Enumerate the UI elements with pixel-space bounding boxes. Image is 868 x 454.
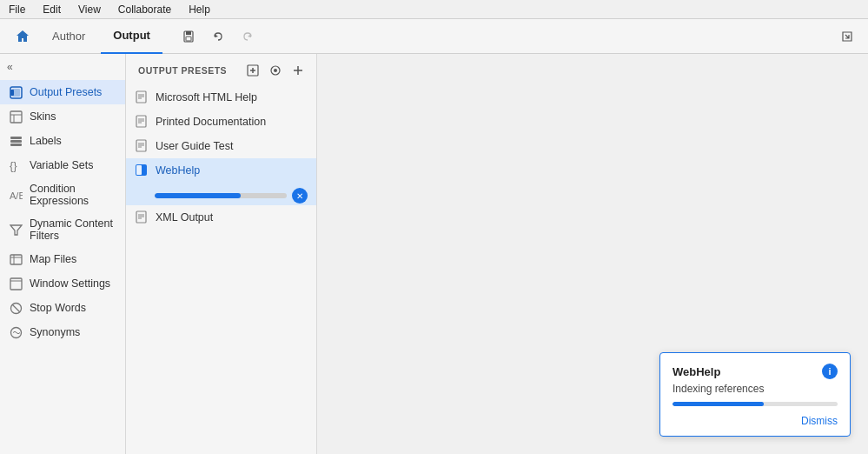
menu-view[interactable]: View: [75, 2, 104, 17]
synonyms-icon: [9, 325, 23, 339]
sidebar-label-variable-sets: Variable Sets: [30, 159, 93, 171]
notification-title: WebHelp: [673, 365, 720, 378]
sidebar-label-stop-words: Stop Words: [30, 302, 86, 314]
menu-edit[interactable]: Edit: [39, 2, 64, 17]
sidebar-label-output-presets: Output Presets: [30, 86, 102, 98]
webhelp-icon: [135, 164, 149, 177]
svg-rect-1: [186, 31, 191, 35]
content-area: OUTPUT PRESETS Mic: [126, 54, 868, 454]
menu-collaborate[interactable]: Collaborate: [115, 2, 175, 17]
svg-rect-18: [10, 278, 22, 290]
preset-xml-output[interactable]: XML Output: [126, 205, 316, 230]
notification-footer: Dismiss: [673, 415, 838, 427]
sidebar-item-output-presets[interactable]: Output Presets: [0, 80, 125, 104]
tab-output[interactable]: Output: [101, 19, 162, 54]
sidebar-item-labels[interactable]: Labels: [0, 129, 125, 153]
redo-button[interactable]: [235, 24, 260, 49]
condition-expressions-icon: A/B: [9, 188, 23, 202]
preset-xml-output-label: XML Output: [156, 211, 213, 224]
sidebar-item-map-files[interactable]: Map Files: [0, 247, 125, 271]
preset-printed-doc-label: Printed Documentation: [156, 116, 266, 128]
presets-actions: [243, 61, 308, 80]
tab-bar: Author Output: [0, 19, 868, 54]
sidebar-item-stop-words[interactable]: Stop Words: [0, 296, 125, 320]
menu-file[interactable]: File: [5, 2, 29, 17]
webhelp-progress-fill: [155, 193, 241, 198]
notification-popup: WebHelp i Indexing references Dismiss: [659, 352, 851, 437]
svg-rect-15: [10, 255, 22, 264]
svg-rect-2: [186, 37, 191, 41]
preset-ms-html-help-label: Microsoft HTML Help: [156, 91, 257, 103]
import-preset-button[interactable]: [243, 61, 262, 80]
svg-rect-41: [136, 165, 142, 175]
presets-header: OUTPUT PRESETS: [126, 54, 316, 85]
webhelp-cancel-button[interactable]: ✕: [292, 188, 308, 204]
sidebar-item-synonyms[interactable]: Synonyms: [0, 320, 125, 344]
menu-bar: File Edit View Collaborate Help: [0, 0, 868, 19]
map-files-icon: [9, 252, 23, 266]
open-output-button[interactable]: [835, 24, 859, 49]
sidebar-label-labels: Labels: [30, 135, 62, 147]
preview-preset-button[interactable]: [266, 61, 285, 80]
dismiss-button[interactable]: Dismiss: [801, 415, 838, 427]
preset-webhelp[interactable]: WebHelp ✕: [126, 158, 316, 205]
notification-progress-fill: [673, 402, 764, 406]
dynamic-content-filters-icon: [9, 223, 23, 237]
main-content: WebHelp i Indexing references Dismiss: [317, 54, 868, 454]
menu-help[interactable]: Help: [185, 2, 214, 17]
home-button[interactable]: [9, 23, 36, 50]
user-guide-test-icon: [135, 139, 149, 153]
svg-line-21: [12, 304, 20, 312]
sidebar-item-condition-expressions[interactable]: A/B Condition Expressions: [0, 177, 125, 212]
output-presets-icon: [9, 85, 23, 99]
sidebar-item-skins[interactable]: Skins: [0, 104, 125, 129]
sidebar-label-synonyms: Synonyms: [30, 326, 80, 338]
svg-point-25: [274, 69, 277, 72]
preset-webhelp-label: WebHelp: [156, 164, 200, 177]
sidebar-item-variable-sets[interactable]: {} Variable Sets: [0, 153, 125, 177]
save-button[interactable]: [176, 24, 201, 49]
svg-rect-6: [10, 111, 22, 123]
svg-text:A/B: A/B: [10, 190, 23, 201]
svg-rect-11: [10, 144, 22, 146]
main-layout: « Output Presets Skins Labels {} Variabl…: [0, 54, 868, 454]
svg-rect-9: [10, 137, 22, 139]
notification-info-button[interactable]: i: [822, 364, 838, 379]
sidebar-label-condition-expressions: Condition Expressions: [30, 183, 116, 207]
skins-icon: [9, 110, 23, 124]
ms-html-help-icon: [135, 90, 149, 104]
tab-author[interactable]: Author: [40, 19, 97, 54]
svg-rect-5: [10, 90, 14, 96]
sidebar-item-window-settings[interactable]: Window Settings: [0, 271, 125, 296]
sidebar-label-dynamic-content-filters: Dynamic Content Filters: [30, 217, 116, 242]
preset-ms-html-help[interactable]: Microsoft HTML Help: [126, 85, 316, 110]
presets-panel: OUTPUT PRESETS Mic: [126, 54, 317, 454]
notification-progress-bar: [673, 402, 838, 406]
svg-marker-14: [10, 225, 22, 235]
svg-rect-10: [10, 140, 22, 143]
notification-message: Indexing references: [673, 383, 838, 395]
sidebar-label-map-files: Map Files: [30, 253, 76, 265]
xml-output-icon: [135, 210, 149, 224]
printed-doc-icon: [135, 115, 149, 129]
svg-text:{}: {}: [10, 159, 17, 172]
webhelp-progress-bar: [155, 193, 287, 198]
labels-icon: [9, 134, 23, 148]
undo-button[interactable]: [206, 24, 230, 49]
sidebar: « Output Presets Skins Labels {} Variabl…: [0, 54, 126, 454]
sidebar-item-dynamic-content-filters[interactable]: Dynamic Content Filters: [0, 212, 125, 247]
tab-actions: [176, 24, 260, 49]
sidebar-collapse-button[interactable]: «: [0, 57, 125, 77]
variable-sets-icon: {}: [9, 158, 23, 172]
notification-header: WebHelp i: [673, 364, 838, 379]
add-preset-button[interactable]: [288, 61, 308, 80]
preset-user-guide-test-label: User Guide Test: [156, 140, 233, 152]
window-settings-icon: [9, 277, 23, 290]
stop-words-icon: [9, 301, 23, 315]
preset-printed-doc[interactable]: Printed Documentation: [126, 110, 316, 134]
presets-header-label: OUTPUT PRESETS: [138, 65, 227, 76]
preset-user-guide-test[interactable]: User Guide Test: [126, 134, 316, 158]
sidebar-label-window-settings: Window Settings: [30, 277, 110, 290]
sidebar-label-skins: Skins: [30, 110, 56, 123]
